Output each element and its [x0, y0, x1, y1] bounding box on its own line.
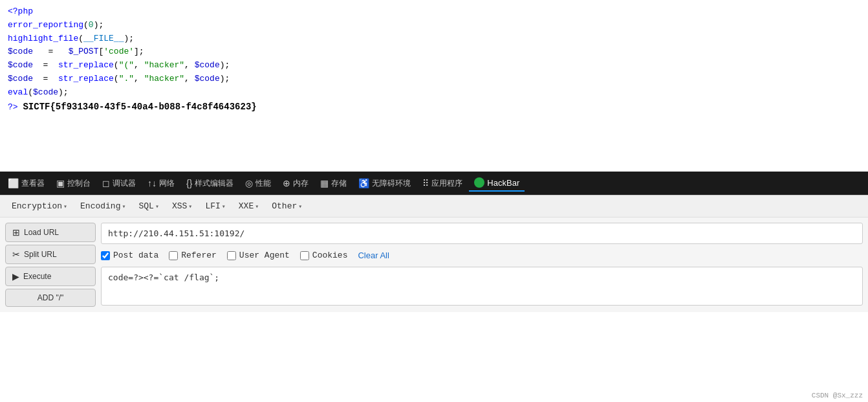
- hackbar-main: ⊞ Load URL ✂ Split URL ▶ Execute ADD "/": [0, 218, 868, 312]
- debugger-icon: ◻: [102, 178, 110, 188]
- performance-icon: ◎: [245, 178, 253, 188]
- toolbar-btn-memory[interactable]: ⊕ 内存: [277, 175, 314, 192]
- left-buttons: ⊞ Load URL ✂ Split URL ▶ Execute ADD "/": [5, 223, 96, 307]
- accessibility-icon: ♿: [358, 178, 369, 188]
- menu-xss[interactable]: XSS ▾: [167, 199, 197, 213]
- clear-all-button[interactable]: Clear All: [358, 251, 389, 260]
- console-icon: ▣: [56, 178, 65, 188]
- storage-icon: ▦: [320, 178, 329, 188]
- toolbar-btn-accessibility[interactable]: ♿ 无障碍环境: [353, 175, 416, 192]
- toolbar-btn-inspector[interactable]: ⬜ 查看器: [3, 175, 50, 192]
- load-url-button[interactable]: ⊞ Load URL: [5, 223, 96, 242]
- encoding-arrow-icon: ▾: [122, 203, 125, 210]
- execute-button[interactable]: ▶ Execute: [5, 267, 96, 286]
- cookies-checkbox-label[interactable]: Cookies: [300, 251, 348, 260]
- menu-xxe[interactable]: XXE ▾: [233, 199, 264, 213]
- split-url-button[interactable]: ✂ Split URL: [5, 245, 96, 264]
- toolbar-btn-storage[interactable]: ▦ 存储: [315, 175, 352, 192]
- code-line-3: highlight_file(__FILE__);: [8, 32, 860, 46]
- xss-arrow-icon: ▾: [188, 203, 192, 210]
- user-agent-checkbox[interactable]: [227, 251, 236, 260]
- cookies-checkbox[interactable]: [300, 251, 309, 260]
- toolbar-btn-performance[interactable]: ◎ 性能: [240, 175, 276, 192]
- memory-icon: ⊕: [283, 178, 290, 188]
- toolbar-btn-hackbar[interactable]: HackBar: [469, 175, 525, 192]
- hackbar-icon: [474, 177, 484, 188]
- toolbar-btn-debugger[interactable]: ◻ 调试器: [97, 175, 141, 192]
- lfi-arrow-icon: ▾: [222, 203, 226, 210]
- other-arrow-icon: ▾: [298, 203, 302, 210]
- user-agent-checkbox-label[interactable]: User Agent: [227, 251, 290, 260]
- menu-sql[interactable]: SQL ▾: [134, 199, 164, 213]
- sql-arrow-icon: ▾: [155, 203, 159, 210]
- menu-encryption[interactable]: Encryption ▾: [6, 199, 72, 213]
- url-input[interactable]: [101, 223, 863, 244]
- network-icon: ↑↓: [147, 178, 157, 188]
- post-data-checkbox[interactable]: [101, 251, 110, 260]
- checkboxes-row: Post data Referer User Agent Cookies Cle…: [101, 248, 863, 263]
- toolbar-btn-style[interactable]: {} 样式编辑器: [181, 175, 239, 192]
- menu-lfi[interactable]: LFI ▾: [200, 199, 230, 213]
- encryption-arrow-icon: ▾: [63, 203, 67, 210]
- watermark: CSDN @Sx_zzz: [812, 392, 863, 399]
- load-url-icon: ⊞: [12, 227, 20, 238]
- application-icon: ⠿: [422, 178, 429, 188]
- code-line-4: $code = $_POST['code'];: [8, 45, 860, 59]
- code-line-7: eval($code);: [8, 86, 860, 100]
- code-line-6: $code = str_replace(".", "hacker", $code…: [8, 73, 860, 86]
- toolbar-btn-application[interactable]: ⠿ 应用程序: [417, 175, 468, 192]
- add-slash-button[interactable]: ADD "/": [5, 289, 96, 307]
- post-data-checkbox-label[interactable]: Post data: [101, 251, 158, 260]
- menu-other[interactable]: Other ▾: [266, 199, 307, 213]
- code-line-5: $code = str_replace("(", "hacker", $code…: [8, 59, 860, 73]
- post-data-input[interactable]: [101, 267, 863, 306]
- code-line-1: <?php: [8, 5, 860, 19]
- right-content: Post data Referer User Agent Cookies Cle…: [101, 223, 863, 307]
- code-line-8: ?> SICTF{5f931340-43f5-40a4-b088-f4c8f46…: [8, 100, 860, 115]
- code-line-2: error_reporting(0);: [8, 19, 860, 32]
- browser-toolbar: ⬜ 查看器 ▣ 控制台 ◻ 调试器 ↑↓ 网络 {} 样式编辑器 ◎ 性能 ⊕ …: [0, 172, 868, 195]
- menu-encoding[interactable]: Encoding ▾: [75, 199, 131, 213]
- toolbar-btn-console[interactable]: ▣ 控制台: [51, 175, 96, 192]
- split-url-icon: ✂: [12, 249, 20, 260]
- style-icon: {}: [186, 178, 192, 188]
- hackbar-panel: Encryption ▾ Encoding ▾ SQL ▾ XSS ▾ LFI …: [0, 195, 868, 312]
- code-display: <?php error_reporting(0); highlight_file…: [0, 0, 868, 172]
- xxe-arrow-icon: ▾: [255, 203, 259, 210]
- toolbar-btn-network[interactable]: ↑↓ 网络: [142, 175, 180, 192]
- referer-checkbox-label[interactable]: Referer: [169, 251, 217, 260]
- inspector-icon: ⬜: [8, 178, 19, 188]
- referer-checkbox[interactable]: [169, 251, 178, 260]
- hackbar-menu: Encryption ▾ Encoding ▾ SQL ▾ XSS ▾ LFI …: [0, 195, 868, 218]
- execute-icon: ▶: [12, 271, 19, 282]
